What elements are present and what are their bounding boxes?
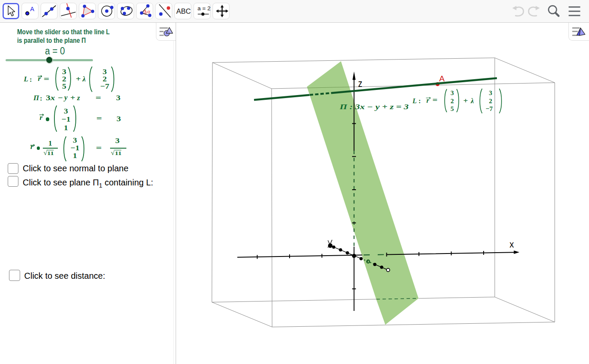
svg-text:a = 2: a = 2	[197, 5, 210, 12]
svg-text::: :	[419, 97, 421, 104]
svg-text:5: 5	[451, 105, 454, 112]
svg-text:Π : 3x − y + z = 3: Π : 3x − y + z = 3	[339, 103, 409, 111]
svg-text:λ: λ	[470, 97, 474, 104]
svg-text:2: 2	[489, 97, 492, 104]
svg-text:A: A	[439, 74, 445, 83]
svg-text:ABC: ABC	[176, 7, 191, 15]
svg-text:+: +	[463, 97, 468, 104]
svg-text:A: A	[30, 6, 34, 12]
svg-text:r: r	[427, 97, 430, 104]
svg-text:α: α	[147, 9, 150, 15]
svg-text:3: 3	[451, 89, 454, 96]
svg-text:−7: −7	[486, 105, 493, 112]
svg-text:x: x	[510, 239, 514, 249]
svg-text:2: 2	[451, 97, 454, 104]
svg-text:3: 3	[489, 89, 492, 96]
svg-text:z: z	[358, 78, 362, 89]
svg-text:=: =	[433, 96, 438, 104]
svg-text:L: L	[412, 97, 417, 104]
